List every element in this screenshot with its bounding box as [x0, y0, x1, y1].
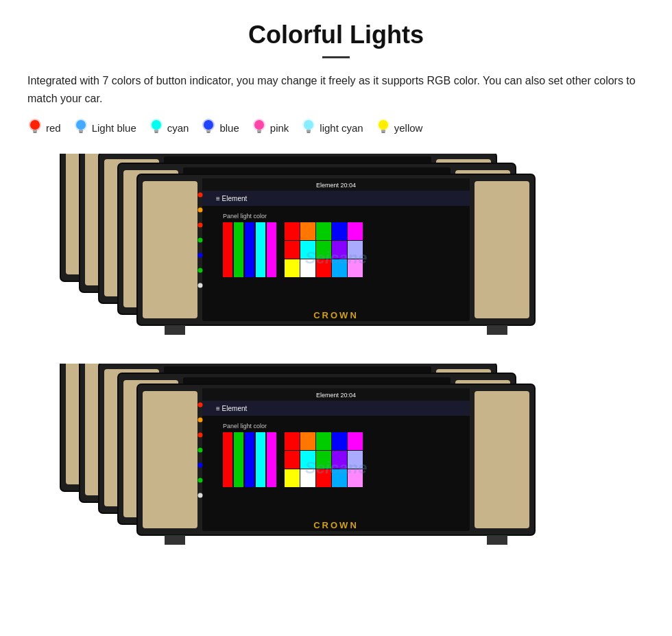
svg-rect-82 — [475, 181, 529, 318]
svg-rect-189 — [332, 432, 347, 450]
svg-rect-93 — [267, 222, 276, 277]
title-divider — [322, 56, 350, 58]
svg-rect-95 — [300, 222, 315, 240]
color-item-yellow: yellow — [376, 118, 423, 137]
svg-point-202 — [198, 418, 203, 423]
bulb-icon — [252, 118, 267, 137]
unit-row-2: CROWNCROWNCROWNCROWNElement 20:04≡ Eleme… — [27, 364, 645, 563]
bulb-icon — [27, 118, 43, 137]
svg-rect-96 — [316, 222, 331, 240]
svg-point-205 — [198, 463, 203, 468]
color-label: blue — [219, 122, 239, 134]
svg-rect-94 — [285, 222, 300, 240]
svg-rect-18 — [257, 130, 261, 132]
svg-rect-186 — [285, 432, 300, 450]
row1-svg: CROWNCROWNCROWNCROWNElement 20:04≡ Eleme… — [27, 154, 645, 353]
bulb-icon — [376, 118, 391, 137]
bulb-icon — [201, 118, 216, 137]
svg-point-114 — [198, 268, 203, 273]
svg-point-5 — [76, 120, 86, 130]
svg-text:Panel light color: Panel light color — [223, 213, 267, 220]
svg-rect-187 — [300, 432, 315, 450]
description-text: Integrated with 7 colors of button indic… — [27, 72, 645, 107]
svg-text:Element  20:04: Element 20:04 — [316, 182, 356, 189]
svg-rect-99 — [285, 241, 300, 259]
svg-rect-6 — [79, 130, 83, 132]
unit-image-row2: CROWNCROWNCROWNCROWNElement 20:04≡ Eleme… — [27, 364, 645, 563]
svg-rect-14 — [206, 130, 211, 132]
svg-point-109 — [198, 193, 203, 198]
svg-rect-98 — [348, 222, 363, 240]
svg-point-113 — [198, 253, 203, 258]
svg-point-201 — [198, 403, 203, 408]
svg-point-13 — [204, 120, 213, 130]
color-label: cyan — [167, 122, 189, 134]
header-section: Colorful Lights — [27, 21, 645, 58]
svg-rect-10 — [154, 130, 158, 132]
svg-rect-92 — [256, 222, 265, 277]
svg-text:≡  Element: ≡ Element — [216, 405, 248, 412]
svg-point-17 — [254, 120, 264, 130]
svg-text:Element  20:04: Element 20:04 — [316, 392, 356, 399]
svg-point-9 — [152, 120, 161, 130]
svg-point-206 — [198, 478, 203, 483]
svg-text:Seicane: Seicane — [305, 248, 368, 267]
svg-rect-26 — [381, 130, 385, 132]
svg-point-21 — [304, 120, 313, 130]
bulb-icon — [149, 118, 164, 137]
svg-rect-184 — [256, 432, 265, 487]
svg-rect-191 — [285, 451, 300, 469]
svg-rect-23 — [307, 132, 311, 133]
color-label: Light blue — [92, 122, 136, 134]
svg-point-1 — [30, 120, 40, 130]
svg-rect-3 — [34, 132, 37, 133]
unit-image-row1: CROWNCROWNCROWNCROWNElement 20:04≡ Eleme… — [27, 154, 645, 353]
svg-text:Seicane: Seicane — [305, 458, 368, 477]
color-item-pink: pink — [252, 118, 289, 137]
color-item-Light-blue: Light blue — [73, 118, 136, 137]
color-item-red: red — [27, 118, 61, 137]
svg-text:Panel light color: Panel light color — [223, 423, 267, 429]
svg-rect-97 — [332, 222, 347, 240]
page-title: Colorful Lights — [27, 21, 645, 49]
svg-rect-27 — [381, 132, 385, 133]
color-label: light cyan — [320, 122, 363, 134]
svg-text:CROWN: CROWN — [313, 310, 359, 320]
svg-rect-183 — [245, 432, 254, 487]
svg-rect-90 — [234, 222, 243, 277]
bulb-icon — [73, 118, 88, 137]
svg-point-207 — [198, 493, 203, 498]
row2-svg: CROWNCROWNCROWNCROWNElement 20:04≡ Eleme… — [27, 364, 645, 563]
color-item-cyan: cyan — [149, 118, 189, 137]
color-indicators: redLight bluecyanbluepinklight cyanyello… — [27, 118, 645, 137]
svg-point-204 — [198, 448, 203, 453]
svg-rect-89 — [223, 222, 232, 277]
svg-point-110 — [198, 208, 203, 213]
svg-rect-2 — [33, 130, 37, 132]
svg-text:≡  Element: ≡ Element — [216, 195, 248, 202]
svg-point-115 — [198, 283, 203, 288]
svg-point-111 — [198, 223, 203, 228]
svg-rect-185 — [267, 432, 276, 487]
svg-text:CROWN: CROWN — [313, 520, 359, 530]
units-section: CROWNCROWNCROWNCROWNElement 20:04≡ Eleme… — [27, 154, 645, 567]
svg-rect-104 — [285, 259, 300, 277]
svg-rect-181 — [223, 432, 232, 487]
bulb-icon — [301, 118, 316, 137]
color-item-blue: blue — [201, 118, 239, 137]
svg-rect-208 — [165, 535, 185, 545]
svg-rect-19 — [257, 132, 261, 133]
color-label: pink — [270, 122, 289, 134]
svg-rect-11 — [154, 132, 158, 133]
color-item-light-cyan: light cyan — [301, 118, 363, 137]
svg-rect-22 — [307, 130, 311, 132]
svg-rect-117 — [487, 325, 507, 335]
svg-rect-190 — [348, 432, 363, 450]
svg-rect-196 — [285, 469, 300, 487]
svg-rect-15 — [207, 132, 211, 133]
svg-point-25 — [379, 120, 388, 130]
svg-rect-182 — [234, 432, 243, 487]
svg-rect-91 — [245, 222, 254, 277]
svg-rect-173 — [143, 391, 197, 528]
color-label: red — [46, 122, 61, 134]
